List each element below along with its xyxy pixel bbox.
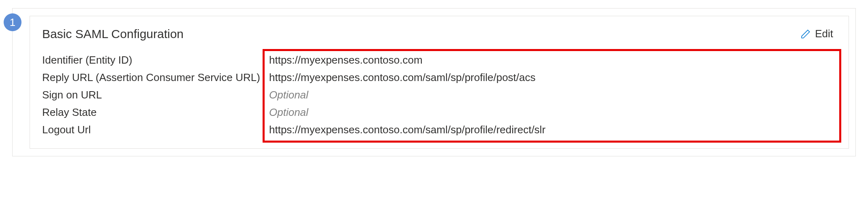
field-value-reply-url: https://myexpenses.contoso.com/saml/sp/p… <box>265 70 836 85</box>
field-label-logout-url: Logout Url <box>42 124 265 136</box>
step-container: 1 Basic SAML Configuration Edit Identifi… <box>12 8 856 156</box>
step-number-badge: 1 <box>4 13 21 31</box>
fields-container: Identifier (Entity ID) https://myexpense… <box>42 53 836 137</box>
field-value-relay-state: Optional <box>265 105 836 120</box>
field-row: Identifier (Entity ID) https://myexpense… <box>42 53 836 67</box>
field-label-reply-url: Reply URL (Assertion Consumer Service UR… <box>42 71 265 84</box>
edit-button[interactable]: Edit <box>797 26 836 42</box>
field-row: Sign on URL Optional <box>42 88 836 102</box>
field-label-identifier: Identifier (Entity ID) <box>42 54 265 66</box>
field-label-relay-state: Relay State <box>42 106 265 119</box>
saml-config-card: Basic SAML Configuration Edit Identifier… <box>30 16 849 149</box>
field-row: Logout Url https://myexpenses.contoso.co… <box>42 123 836 137</box>
field-row: Reply URL (Assertion Consumer Service UR… <box>42 70 836 85</box>
pencil-icon <box>800 29 811 39</box>
field-row: Relay State Optional <box>42 105 836 120</box>
card-header: Basic SAML Configuration Edit <box>42 26 836 42</box>
step-number: 1 <box>10 16 15 29</box>
field-value-logout-url: https://myexpenses.contoso.com/saml/sp/p… <box>265 123 836 137</box>
field-value-identifier: https://myexpenses.contoso.com <box>265 53 836 67</box>
field-value-sign-on-url: Optional <box>265 88 836 102</box>
field-label-sign-on-url: Sign on URL <box>42 89 265 101</box>
card-title: Basic SAML Configuration <box>42 27 184 41</box>
field-rows: Identifier (Entity ID) https://myexpense… <box>42 53 836 137</box>
edit-button-label: Edit <box>815 28 833 40</box>
